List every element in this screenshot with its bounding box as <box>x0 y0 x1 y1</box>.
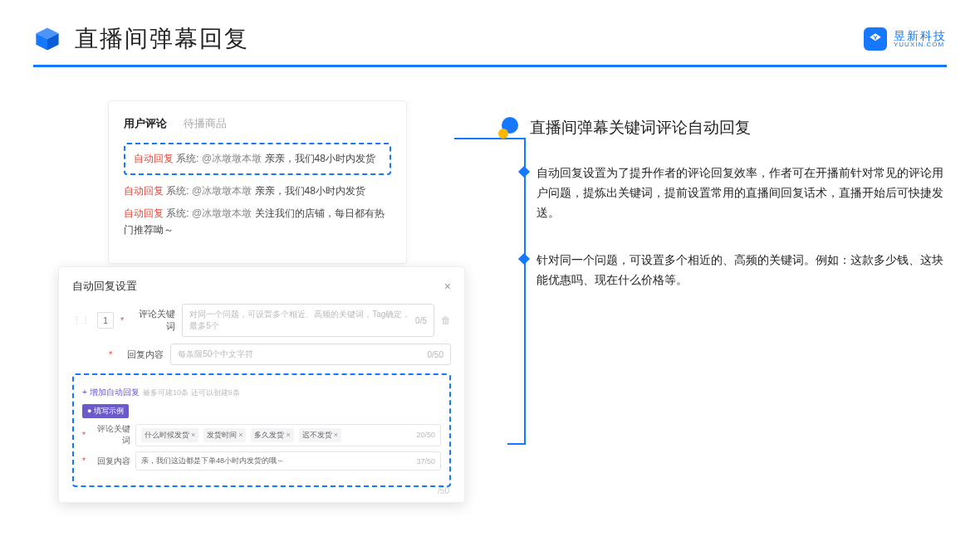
content-input[interactable]: 每条限50个中文字符 0/50 <box>170 344 451 365</box>
brand-name-en: YUUXIN.COM <box>894 41 947 48</box>
bullet-text: 针对同一个问题，可设置多个相近的、高频的关键词。例如：这款多少钱、这块能优惠吗、… <box>537 251 947 290</box>
auto-reply-tag: 自动回复 <box>124 185 164 197</box>
add-hint: 最多可建10条 还可以创建9条 <box>143 388 240 397</box>
user-mention: @冰墩墩本墩 <box>192 185 252 197</box>
system-tag: 系统: <box>166 207 189 219</box>
keyword-tag[interactable]: 什么时候发货× <box>141 428 198 442</box>
comments-panel: 用户评论 待播商品 自动回复 系统: @冰墩墩本墩 亲亲，我们48小时内发货 自… <box>108 100 407 264</box>
ex-content-counter: 37/50 <box>416 457 435 466</box>
keyword-counter: 0/5 <box>415 316 427 325</box>
required-star: * <box>120 315 124 325</box>
tab-pending-goods[interactable]: 待播商品 <box>184 116 227 131</box>
bullet-item: 针对同一个问题，可设置多个相近的、高频的关键词。例如：这款多少钱、这块能优惠吗、… <box>498 251 947 290</box>
highlighted-comment: 自动回复 系统: @冰墩墩本墩 亲亲，我们48小时内发货 <box>124 143 391 175</box>
ex-content-text: 亲，我们这边都是下单48小时内发货的哦～ <box>141 456 284 466</box>
required-star: * <box>109 349 112 359</box>
bullet-item: 自动回复设置为了提升作者的评论回复效率，作者可在开播前针对常见的评论用户问题，提… <box>498 163 947 222</box>
brand-name-cn: 昱新科技 <box>894 30 947 41</box>
system-tag: 系统: <box>166 185 189 197</box>
keyword-tag[interactable]: 多久发货× <box>251 428 293 442</box>
page-title: 直播间弹幕回复 <box>75 23 249 55</box>
content-label: 回复内容 <box>119 349 164 361</box>
comment-text: 亲亲，我们48小时内发货 <box>265 153 375 164</box>
connector-line <box>524 138 526 445</box>
example-badge: ● 填写示例 <box>82 404 129 418</box>
tab-user-comments[interactable]: 用户评论 <box>124 116 167 131</box>
keyword-tag[interactable]: 发货时间× <box>203 428 246 442</box>
keyword-label: 评论关键词 <box>130 308 175 333</box>
ex-content-label: 回复内容 <box>91 456 130 467</box>
keyword-input[interactable]: 对同一个问题，可设置多个相近、高频的关键词，Tag确定，最多5个 0/5 <box>182 304 434 337</box>
keyword-placeholder: 对同一个问题，可设置多个相近、高频的关键词，Tag确定，最多5个 <box>189 309 415 332</box>
auto-reply-settings-panel: 自动回复设置 × ⋮⋮ 1 * 评论关键词 对同一个问题，可设置多个相近、高频的… <box>58 266 465 503</box>
close-icon[interactable]: × <box>444 280 451 293</box>
cube-icon <box>33 25 61 53</box>
required-star: * <box>82 431 86 440</box>
user-mention: @冰墩墩本墩 <box>192 207 252 219</box>
settings-title: 自动回复设置 <box>72 279 137 294</box>
chat-bubble-icon <box>498 117 520 139</box>
brand-badge: Y <box>864 27 887 51</box>
auto-reply-tag: 自动回复 <box>124 207 164 219</box>
ex-content-input[interactable]: 亲，我们这边都是下单48小时内发货的哦～ 37/50 <box>135 451 441 471</box>
diamond-icon <box>518 166 530 178</box>
bullet-text: 自动回复设置为了提升作者的评论回复效率，作者可在开播前针对常见的评论用户问题，提… <box>537 163 947 222</box>
user-mention: @冰墩墩本墩 <box>202 153 262 164</box>
drag-handle-icon[interactable]: ⋮⋮ <box>72 315 91 326</box>
auto-reply-tag: 自动回复 <box>134 153 174 164</box>
system-tag: 系统: <box>176 153 198 164</box>
svg-text:Y: Y <box>873 34 877 41</box>
section-title: 直播间弹幕关键词评论自动回复 <box>530 117 751 139</box>
ex-keyword-input[interactable]: 什么时候发货× 发货时间× 多久发货× 迟不发货× 20/50 <box>135 424 441 446</box>
outer-counter: /50 <box>438 486 449 495</box>
connector-line <box>507 443 526 445</box>
required-star: * <box>82 456 86 466</box>
keyword-tag[interactable]: 迟不发货× <box>299 428 341 442</box>
ex-keyword-label: 评论关键词 <box>91 423 130 446</box>
comment-text: 亲亲，我们48小时内发货 <box>255 185 365 197</box>
comment-row: 自动回复 系统: @冰墩墩本墩 关注我们的店铺，每日都有热门推荐呦～ <box>124 206 391 237</box>
delete-icon[interactable]: 🗑 <box>441 315 451 326</box>
example-highlight-box: + 增加自动回复 最多可建10条 还可以创建9条 ● 填写示例 * 评论关键词 … <box>72 373 451 487</box>
ex-kw-counter: 20/50 <box>416 431 435 439</box>
add-auto-reply-link[interactable]: + 增加自动回复 <box>82 388 140 397</box>
index-number: 1 <box>97 312 114 329</box>
comment-row: 自动回复 系统: @冰墩墩本墩 亲亲，我们48小时内发货 <box>124 183 391 199</box>
diamond-icon <box>518 253 530 265</box>
content-counter: 0/50 <box>428 350 443 359</box>
brand-logo-block: Y 昱新科技 YUUXIN.COM <box>864 27 947 51</box>
content-placeholder: 每条限50个中文字符 <box>178 349 253 360</box>
comment-text: 关注我们的店铺，每日都有热门推荐呦～ <box>124 207 385 235</box>
